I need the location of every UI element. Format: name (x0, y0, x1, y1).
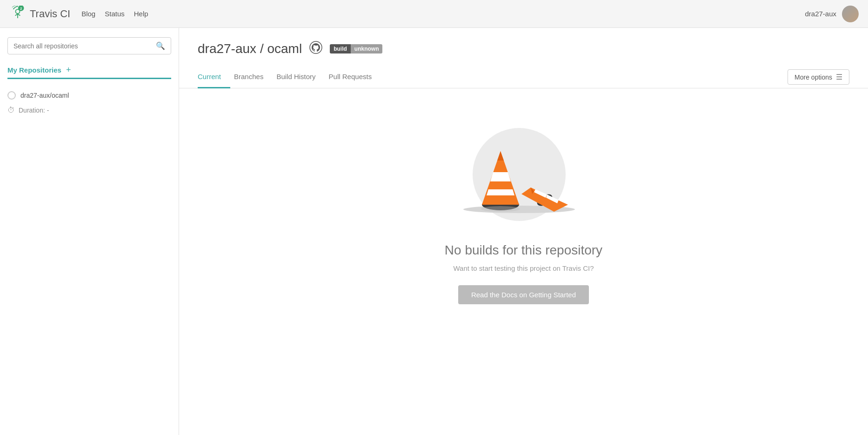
tab-pull-requests[interactable]: Pull Requests (329, 66, 381, 88)
tabs-bar: Current Branches Build History Pull Requ… (179, 66, 868, 88)
tab-build-history[interactable]: Build History (276, 66, 325, 88)
repo-name: dra27-aux/ocaml (20, 92, 69, 99)
build-badge: build unknown (330, 44, 382, 54)
nav-status[interactable]: Status (105, 10, 125, 18)
repo-list: dra27-aux/ocaml ⏱ Duration: - (7, 79, 171, 116)
search-input[interactable] (13, 42, 156, 50)
username-label: dra27-aux (805, 10, 836, 18)
nav-links: Blog Status Help (81, 10, 794, 18)
badge-status-label: unknown (351, 44, 383, 54)
list-item[interactable]: dra27-aux/ocaml (7, 87, 171, 104)
nav-blog[interactable]: Blog (81, 10, 95, 18)
sidebar: 🔍 My Repositories + dra27-aux/ocaml ⏱ Du… (0, 28, 179, 435)
travis-logo-icon: 2 (9, 6, 26, 22)
empty-title: No builds for this repository (445, 243, 602, 258)
duration-item: ⏱ Duration: - (7, 104, 171, 116)
nav-help[interactable]: Help (134, 10, 148, 18)
search-box[interactable]: 🔍 (7, 37, 171, 54)
topnav-right: dra27-aux (805, 6, 859, 22)
svg-point-19 (481, 206, 520, 212)
svg-marker-12 (487, 189, 514, 195)
docs-button[interactable]: Read the Docs on Getting Started (458, 285, 589, 304)
badge-build-label: build (330, 44, 351, 54)
layout: 🔍 My Repositories + dra27-aux/ocaml ⏱ Du… (0, 28, 868, 435)
topnav: 2 Travis CI Blog Status Help dra27-aux (0, 0, 868, 28)
empty-state: No builds for this repository Want to st… (179, 88, 868, 323)
duration-label: Duration: - (19, 107, 49, 114)
repo-header: dra27-aux / ocaml build unknown (179, 28, 868, 57)
search-icon: 🔍 (156, 41, 165, 50)
hamburger-icon: ☰ (836, 73, 842, 81)
brand-name: Travis CI (30, 8, 70, 20)
github-icon[interactable] (309, 41, 322, 57)
my-repos-header: My Repositories + (7, 66, 171, 79)
more-options-button[interactable]: More options ☰ (788, 69, 849, 85)
clock-icon: ⏱ (7, 106, 15, 114)
main-content: dra27-aux / ocaml build unknown Current … (179, 28, 868, 435)
construction-illustration (454, 116, 594, 228)
add-repo-button[interactable]: + (66, 66, 71, 74)
tab-branches[interactable]: Branches (234, 66, 273, 88)
my-repos-label: My Repositories (7, 66, 61, 74)
svg-point-6 (310, 41, 322, 54)
tab-current[interactable]: Current (198, 66, 230, 88)
avatar-image (842, 6, 859, 22)
svg-marker-11 (490, 172, 511, 181)
svg-text:2: 2 (20, 6, 22, 10)
repo-status-icon (7, 91, 16, 100)
brand: 2 Travis CI (9, 6, 70, 22)
empty-subtitle: Want to start testing this project on Tr… (453, 264, 594, 272)
avatar[interactable] (842, 6, 859, 22)
repo-title: dra27-aux / ocaml (198, 41, 302, 56)
